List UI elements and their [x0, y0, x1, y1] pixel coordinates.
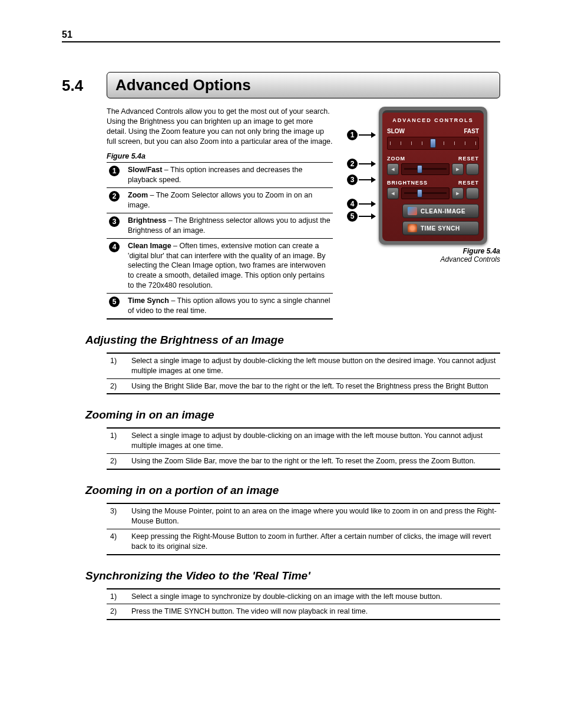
step-number: 1)	[107, 589, 128, 604]
callout-column: 1 2 3 4 5	[347, 107, 375, 231]
subheading-zoom-portion: Zooming in on a portion of an image	[85, 484, 500, 497]
arrow-icon	[359, 216, 375, 217]
step-text: Select a single image to adjust by doubl…	[128, 353, 500, 378]
step-number: 2)	[107, 604, 128, 620]
advanced-controls-panel: ADVANCED CONTROLS SLOW FAST ZOOM RESET	[379, 107, 487, 245]
zoom-slider[interactable]	[401, 163, 449, 175]
section-number: 5.4	[62, 72, 96, 98]
arrow-icon	[359, 203, 375, 205]
time-synch-button[interactable]: TIME SYNCH	[402, 221, 479, 235]
section-title: Advanced Options	[115, 76, 491, 94]
steps-zoom: 1)Select a single image to adjust by dou…	[107, 427, 500, 470]
step-text: Keep pressing the Right-Mouse Button to …	[128, 529, 500, 554]
step-text: Select a single image to synchronize by …	[128, 589, 500, 604]
step-number: 2)	[107, 378, 128, 394]
speed-slider[interactable]	[387, 137, 479, 150]
row-text: Clean Image – Often times, extensive mot…	[125, 238, 333, 293]
figure-caption-italic: Advanced Controls	[347, 255, 500, 263]
steps-zoom-portion: 3)Using the Mouse Pointer, point to an a…	[107, 503, 500, 555]
row-text: Slow/Fast – This option increases and de…	[125, 163, 333, 188]
brightness-slider[interactable]	[401, 187, 449, 199]
reset-label: RESET	[458, 156, 479, 162]
subheading-sync: Synchronizing the Video to the 'Real Tim…	[85, 569, 500, 582]
zoom-reset-button[interactable]	[466, 163, 479, 175]
reset-label-2: RESET	[458, 180, 479, 186]
subheading-brightness: Adjusting the Brightness of an Image	[85, 334, 500, 347]
brightness-left-button[interactable]: ◄	[387, 187, 399, 199]
clean-image-button[interactable]: CLEAN-IMAGE	[402, 204, 479, 218]
row-number: 5	[109, 297, 120, 307]
zoom-left-button[interactable]: ◄	[387, 163, 399, 175]
arrow-icon	[359, 163, 375, 164]
slow-label: SLOW	[387, 128, 405, 134]
subheading-zoom: Zooming in on an image	[85, 409, 500, 421]
step-number: 1)	[107, 353, 128, 378]
brightness-label: BRIGHTNESS	[387, 180, 428, 186]
row-number: 3	[109, 216, 120, 227]
steps-brightness: 1)Select a single image to adjust by dou…	[107, 353, 500, 395]
time-synch-icon	[408, 224, 417, 232]
step-text: Using the Mouse Pointer, point to an are…	[128, 503, 500, 529]
row-text: Time Synch – This option allows you to s…	[125, 294, 333, 319]
step-text: Using the Zoom Slide Bar, move the bar t…	[128, 454, 500, 469]
callout-1: 1	[347, 130, 358, 140]
step-text: Using the Bright Slide Bar, move the bar…	[128, 378, 500, 394]
row-number: 2	[109, 191, 120, 202]
intro-paragraph: The Advanced Controls allow you to get t…	[107, 107, 333, 147]
clean-image-icon	[408, 207, 417, 215]
step-number: 1)	[107, 428, 128, 453]
callout-2: 2	[347, 159, 358, 169]
top-divider	[62, 41, 500, 42]
zoom-label: ZOOM	[387, 156, 405, 162]
row-number: 1	[109, 166, 120, 176]
brightness-reset-button[interactable]	[466, 187, 479, 199]
description-table: 1Slow/Fast – This option increases and d…	[107, 162, 333, 319]
step-number: 3)	[107, 503, 128, 529]
row-number: 4	[109, 242, 120, 252]
page-number: 51	[62, 29, 500, 40]
section-title-box: Advanced Options	[107, 72, 500, 98]
fast-label: FAST	[464, 128, 479, 134]
zoom-right-button[interactable]: ►	[452, 163, 464, 175]
brightness-right-button[interactable]: ►	[452, 187, 464, 199]
step-number: 4)	[107, 529, 128, 554]
figure-label: Figure 5.4a	[107, 151, 333, 162]
steps-sync: 1)Select a single image to synchronize b…	[107, 588, 500, 621]
callout-4: 4	[347, 199, 358, 209]
callout-3: 3	[347, 174, 358, 185]
speed-knob[interactable]	[430, 139, 436, 148]
arrow-icon	[359, 134, 375, 136]
step-number: 2)	[107, 454, 128, 469]
row-text: Zoom – The Zoom Selector allows you to Z…	[125, 188, 333, 213]
step-text: Press the TIME SYNCH button. The video w…	[128, 604, 500, 620]
step-text: Select a single image to adjust by doubl…	[128, 428, 500, 453]
callout-5: 5	[347, 211, 358, 222]
figure-caption-bold: Figure 5.4a	[347, 247, 500, 255]
row-text: Brightness – The Brightness selector all…	[125, 213, 333, 238]
panel-title: ADVANCED CONTROLS	[387, 117, 479, 123]
arrow-icon	[359, 179, 375, 180]
